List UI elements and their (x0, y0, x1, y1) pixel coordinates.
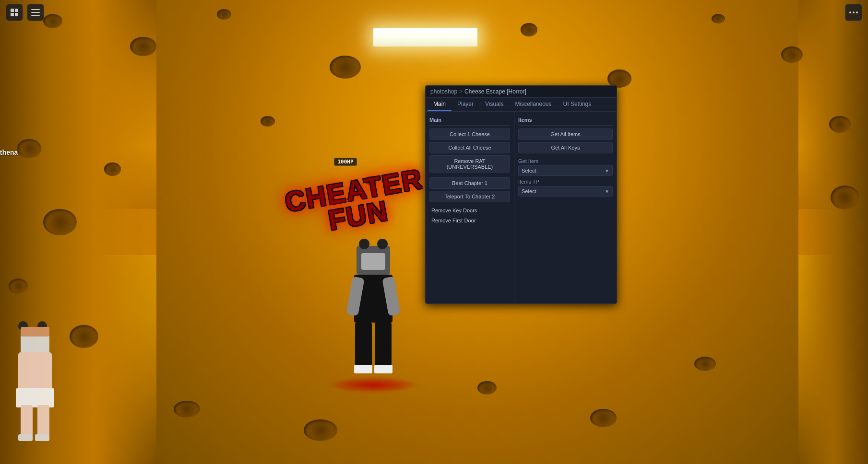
beat-chapter-button[interactable]: Beat Chapter 1 (429, 177, 510, 189)
main-section-title: Main (429, 116, 510, 126)
list-icon[interactable] (27, 4, 44, 21)
panel-tabs: Main Player Visuals Miscellaneous UI Set… (426, 98, 617, 112)
svg-rect-0 (11, 9, 14, 12)
remove-key-doors-button[interactable]: Remove Key Doors (429, 206, 510, 215)
cheat-panel: photoshop > Cheese Escape [Horror] Main … (425, 85, 617, 304)
collect-1-cheese-button[interactable]: Collect 1 Cheese (429, 128, 510, 140)
breadcrumb-part1: photoshop (430, 88, 457, 95)
get-all-items-button[interactable]: Get All Items (518, 128, 613, 140)
collect-all-cheese-button[interactable]: Collect All Cheese (429, 142, 510, 153)
svg-rect-2 (11, 13, 14, 16)
svg-point-9 (856, 12, 858, 13)
svg-rect-6 (31, 15, 40, 16)
items-tp-label: Items TP (518, 179, 613, 185)
remove-first-door-button[interactable]: Remove First Door (429, 216, 510, 225)
get-item-label: Get Item (518, 158, 613, 164)
tab-miscellaneous[interactable]: Miscellaneous (510, 98, 558, 111)
windows-icon[interactable] (6, 4, 23, 21)
more-dots-icon[interactable] (845, 4, 862, 21)
items-tp-select-value: Select (522, 188, 536, 194)
second-player-character (9, 321, 76, 441)
svg-rect-3 (15, 13, 18, 16)
panel-items-section: Items Get All Items Get All Keys Get Ite… (514, 112, 617, 303)
panel-body: Main Collect 1 Cheese Collect All Cheese… (426, 112, 617, 303)
svg-rect-4 (31, 9, 40, 10)
tab-visuals[interactable]: Visuals (479, 98, 509, 111)
svg-rect-5 (31, 12, 40, 13)
items-section-title: Items (518, 116, 613, 126)
breadcrumb-separator: > (459, 88, 463, 95)
os-topbar (6, 4, 44, 21)
items-tp-select[interactable]: Select ▼ (518, 186, 613, 197)
tab-main[interactable]: Main (428, 98, 452, 111)
get-item-select[interactable]: Select ▼ (518, 165, 613, 176)
svg-rect-1 (15, 9, 18, 12)
get-item-dropdown-arrow: ▼ (605, 168, 609, 174)
remove-rat-button[interactable]: Remove RAT (UNREVERSABLE) (429, 155, 510, 173)
player-name-label: thena (0, 149, 18, 156)
items-tp-dropdown-arrow: ▼ (605, 189, 609, 194)
svg-point-7 (849, 12, 851, 13)
panel-titlebar: photoshop > Cheese Escape [Horror] (426, 86, 617, 98)
get-item-row: Get Item Select ▼ (518, 158, 613, 176)
items-tp-row: Items TP Select ▼ (518, 179, 613, 197)
panel-main-section: Main Collect 1 Cheese Collect All Cheese… (426, 112, 514, 303)
svg-point-8 (853, 12, 855, 13)
get-item-select-value: Select (522, 168, 536, 174)
tab-player[interactable]: Player (452, 98, 479, 111)
teleport-chapter-button[interactable]: Teleport To Chapter 2 (429, 191, 510, 202)
tab-ui-settings[interactable]: UI Settings (558, 98, 597, 111)
breadcrumb-part2: Cheese Escape [Horror] (464, 88, 526, 95)
topright-icon[interactable] (845, 4, 862, 21)
get-all-keys-button[interactable]: Get All Keys (518, 142, 613, 153)
ceiling-light (373, 28, 477, 46)
